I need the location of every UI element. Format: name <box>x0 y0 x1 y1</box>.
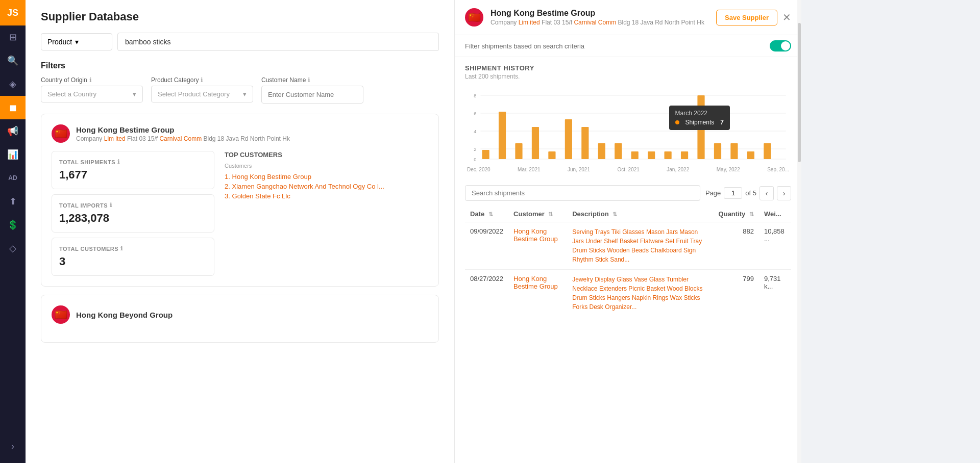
prev-page-button[interactable]: ‹ <box>760 186 774 200</box>
filter-country-select[interactable]: Select a Country ▾ <box>41 86 143 102</box>
metric-shipments-value: 1,677 <box>59 168 207 182</box>
svg-rect-24 <box>714 143 721 159</box>
col-description[interactable]: Description ⇅ <box>567 206 713 222</box>
supplier-info-1: Hong Kong Beyond Group <box>76 311 173 319</box>
scrollbar-thumb <box>798 23 801 162</box>
close-panel-button[interactable]: ✕ <box>782 12 791 22</box>
metrics-col-0: TOTAL SHIPMENTS ℹ 1,677 TOTAL IMPORTS ℹ … <box>52 151 214 276</box>
svg-rect-10 <box>482 150 489 159</box>
supplier-name-0[interactable]: Hong Kong Bestime Group <box>76 125 290 134</box>
search-type-select[interactable]: Product ▾ <box>41 33 112 50</box>
table-row-0: 09/09/2022 Hong Kong Bestime Group Servi… <box>465 222 791 270</box>
cell-qty-1: 799 <box>714 270 759 317</box>
nav-target-icon[interactable]: ◈ <box>0 72 26 96</box>
filter-category-select[interactable]: Select Product Category ▾ <box>151 86 253 102</box>
panel-supplier-info: Hong Kong Bestime Group Company Lim ited… <box>491 9 709 26</box>
metric-shipments-label: TOTAL SHIPMENTS ℹ <box>59 159 207 165</box>
col-date[interactable]: Date ⇅ <box>465 206 508 222</box>
xaxis-label-6: Sep, 20... <box>767 167 789 172</box>
customer-link-2[interactable]: 3. Golden State Fc Llc <box>225 192 428 200</box>
svg-text:4: 4 <box>474 129 476 134</box>
metric-customers-label: TOTAL CUSTOMERS ℹ <box>59 245 207 252</box>
customer-link-0[interactable]: 1. Hong Kong Bestime Group <box>225 173 428 181</box>
filter-toggle-text: Filter shipments based on search criteri… <box>465 42 764 50</box>
svg-rect-26 <box>747 151 754 159</box>
svg-rect-21 <box>665 151 672 159</box>
shipment-history-title: SHIPMENT HISTORY <box>465 64 791 72</box>
cell-date-1: 08/27/2022 <box>465 270 508 317</box>
svg-rect-15 <box>565 119 572 159</box>
supplier-name-1[interactable]: Hong Kong Beyond Group <box>76 311 173 319</box>
filter-country-label: Country of Origin ℹ <box>41 76 143 84</box>
chevron-down-icon: ▾ <box>133 90 136 98</box>
customer-link-1[interactable]: 2. Xiamen Gangchao Network And Technol O… <box>225 183 428 190</box>
col-weight[interactable]: Wei... <box>759 206 791 222</box>
nav-search-icon[interactable]: 🔍 <box>0 49 26 72</box>
col-quantity[interactable]: Quantity ⇅ <box>714 206 759 222</box>
info-icon: ℹ <box>117 159 120 165</box>
nav-dollar-icon[interactable]: 💲 <box>0 213 26 237</box>
supplier-info-0: Hong Kong Bestime Group Company Lim ited… <box>76 125 290 142</box>
chart-svg: 8 6 4 2 0 <box>465 85 791 167</box>
metric-imports-value: 1,283,078 <box>59 212 207 225</box>
supplier-header-0: 🇨🇳 Hong Kong Bestime Group Company Lim i… <box>52 124 428 143</box>
next-page-button[interactable]: › <box>777 186 791 200</box>
filters-title: Filters <box>41 61 439 70</box>
filter-customer-group: Customer Name ℹ <box>261 76 363 104</box>
toggle-knob <box>781 41 790 50</box>
nav-expand-icon[interactable]: › <box>0 434 26 458</box>
svg-rect-17 <box>598 143 605 159</box>
filters-row: Country of Origin ℹ Select a Country ▾ P… <box>41 76 439 104</box>
supplier-card-0: 🇨🇳 Hong Kong Bestime Group Company Lim i… <box>41 114 439 287</box>
nav-active-icon[interactable]: ◼ <box>0 96 26 119</box>
supplier-flag-1: 🇨🇳 <box>52 305 70 324</box>
panel-actions: Save Supplier ✕ <box>716 10 791 25</box>
search-input[interactable] <box>117 33 439 51</box>
top-customers-0: TOP CUSTOMERS Customers 1. Hong Kong Bes… <box>225 151 428 276</box>
sort-icon-quantity: ⇅ <box>749 211 754 217</box>
svg-rect-23 <box>697 95 704 159</box>
svg-rect-11 <box>499 112 506 159</box>
filter-customer-input[interactable] <box>261 86 363 104</box>
top-customers-title-0: TOP CUSTOMERS <box>225 151 428 159</box>
save-supplier-button[interactable]: Save Supplier <box>716 10 777 25</box>
panel-header: 🇨🇳 Hong Kong Bestime Group Company Lim i… <box>455 0 801 35</box>
svg-rect-13 <box>532 127 539 159</box>
nav-megaphone-icon[interactable]: 📢 <box>0 119 26 143</box>
search-row: Product ▾ <box>41 33 439 51</box>
search-type-label: Product <box>47 38 72 46</box>
cell-customer-0[interactable]: Hong Kong Bestime Group <box>508 222 567 270</box>
cell-weight-0: 10,858 ... <box>759 222 791 270</box>
metric-imports-label: TOTAL IMPORTS ℹ <box>59 202 207 209</box>
svg-rect-25 <box>730 143 738 159</box>
cell-date-0: 09/09/2022 <box>465 222 508 270</box>
filter-toggle-switch[interactable] <box>770 40 791 52</box>
right-scrollbar[interactable] <box>797 0 801 463</box>
svg-rect-27 <box>764 143 771 159</box>
main-content: Supplier Database Product ▾ Filters Coun… <box>26 0 454 463</box>
info-icon: ℹ <box>110 202 112 209</box>
shipments-search-input[interactable] <box>465 185 700 201</box>
svg-rect-22 <box>681 151 688 159</box>
nav-code-icon[interactable]: ◇ <box>0 237 26 260</box>
nav-chart-icon[interactable]: 📊 <box>0 143 26 166</box>
panel-flag: 🇨🇳 <box>465 8 483 27</box>
svg-rect-18 <box>615 143 622 159</box>
svg-text:2: 2 <box>474 147 476 152</box>
supplier-addr-0: Company Lim ited Flat 03 15/f Carnival C… <box>76 135 290 142</box>
cell-desc-1: Jewelry Display Glass Vase Glass Tumbler… <box>567 270 713 317</box>
chevron-down-icon: ▾ <box>243 90 247 98</box>
app-logo: JS <box>0 0 26 25</box>
info-icon: ℹ <box>201 76 203 84</box>
xaxis-label-2: Jun, 2021 <box>568 167 590 172</box>
svg-text:6: 6 <box>474 111 476 116</box>
left-navigation: JS ⊞ 🔍 ◈ ◼ 📢 📊 AD ⬆ 💲 ◇ › <box>0 0 26 463</box>
nav-ad-icon[interactable]: AD <box>0 166 26 190</box>
nav-home-icon[interactable]: ⊞ <box>0 25 26 49</box>
nav-upload-icon[interactable]: ⬆ <box>0 190 26 213</box>
supplier-flag-0: 🇨🇳 <box>52 124 70 143</box>
page-number-input[interactable] <box>724 187 742 199</box>
col-customer[interactable]: Customer ⇅ <box>508 206 567 222</box>
cell-customer-1[interactable]: Hong Kong Bestime Group <box>508 270 567 317</box>
xaxis-label-3: Oct, 2021 <box>617 167 639 172</box>
